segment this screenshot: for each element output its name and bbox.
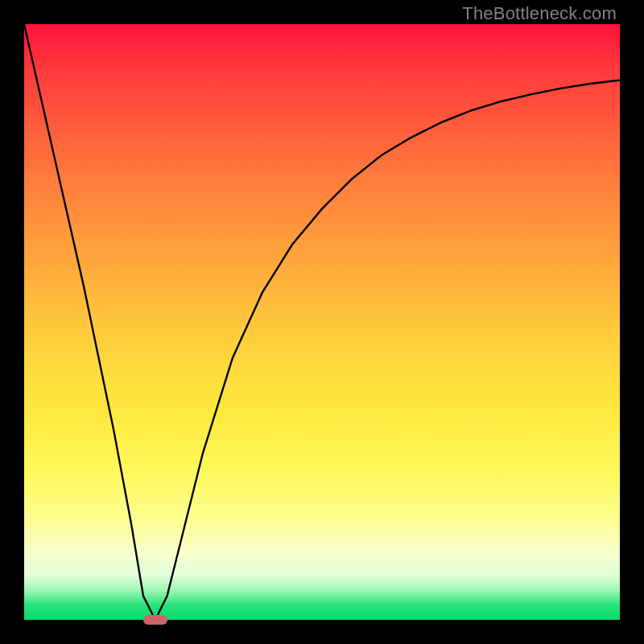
optimum-marker — [143, 615, 167, 625]
bottleneck-curve — [24, 24, 620, 620]
watermark-text: TheBottleneck.com — [462, 3, 617, 24]
chart-plot-area — [24, 24, 620, 620]
